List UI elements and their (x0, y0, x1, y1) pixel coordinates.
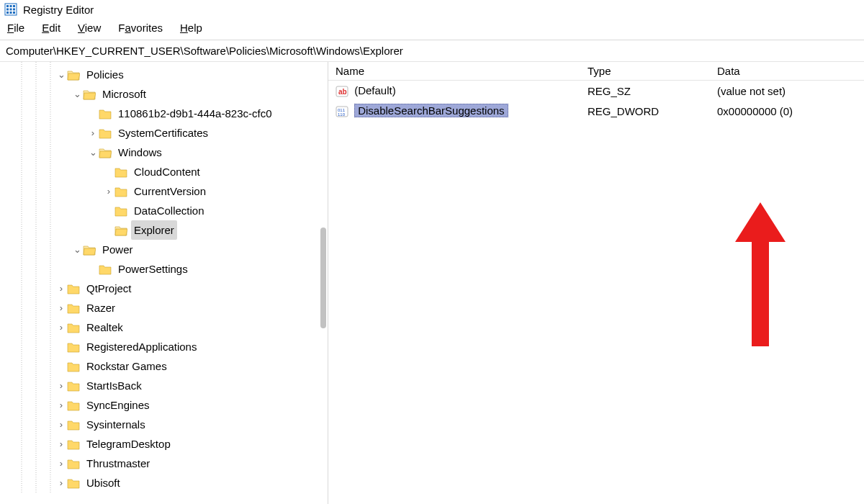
tree-node-power[interactable]: ⌄ Power (0, 240, 328, 259)
column-header-name[interactable]: Name (328, 65, 580, 77)
folder-open-icon (98, 147, 112, 158)
regedit-icon (4, 3, 17, 16)
tree-node-ubisoft[interactable]: › Ubisoft (0, 473, 328, 492)
annotation-arrow-icon (732, 202, 789, 354)
chevron-right-icon[interactable]: › (56, 434, 66, 454)
column-header-data[interactable]: Data (710, 65, 864, 77)
folder-icon (66, 283, 81, 294)
folder-icon (114, 186, 128, 197)
value-type: REG_SZ (580, 85, 710, 97)
tree-node-startisback[interactable]: › StartIsBack (0, 376, 328, 395)
chevron-down-icon[interactable]: ⌄ (72, 84, 82, 104)
chevron-right-icon[interactable]: › (56, 318, 66, 337)
svg-text:110: 110 (338, 112, 346, 117)
folder-open-icon (66, 69, 81, 81)
chevron-right-icon[interactable]: › (56, 473, 66, 492)
chevron-down-icon[interactable]: ⌄ (88, 143, 98, 162)
value-name: DisableSearchBarSuggestions (354, 104, 508, 117)
folder-icon (114, 205, 128, 217)
value-row-default[interactable]: ab (Default) REG_SZ (value not set) (328, 81, 864, 101)
tree-pane: ⌄ Policies ⌄ Microsoft 110861b2-d9b1-444… (0, 62, 328, 504)
chevron-down-icon[interactable]: ⌄ (56, 65, 66, 84)
folder-icon (66, 400, 81, 411)
svg-rect-9 (13, 12, 15, 14)
menu-help[interactable]: Help (180, 22, 202, 34)
value-data: 0x00000000 (0) (710, 105, 864, 117)
tree-node-sysinternals[interactable]: › Sysinternals (0, 415, 328, 434)
registry-tree[interactable]: ⌄ Policies ⌄ Microsoft 110861b2-d9b1-444… (0, 65, 328, 492)
main-split: ⌄ Policies ⌄ Microsoft 110861b2-d9b1-444… (0, 62, 864, 504)
chevron-down-icon[interactable]: ⌄ (72, 240, 82, 259)
folder-icon (66, 361, 81, 372)
tree-node-currentversion[interactable]: › CurrentVersion (0, 181, 328, 201)
tree-node-cloudcontent[interactable]: CloudContent (0, 162, 328, 181)
tree-node-realtek[interactable]: › Realtek (0, 318, 328, 337)
tree-node-windows[interactable]: ⌄ Windows (0, 143, 328, 162)
folder-icon (66, 477, 81, 489)
folder-icon (66, 438, 81, 450)
tree-node-microsoft[interactable]: ⌄ Microsoft (0, 84, 328, 104)
chevron-right-icon[interactable]: › (56, 298, 66, 318)
value-type: REG_DWORD (580, 105, 710, 117)
tree-node-registeredapplications[interactable]: RegisteredApplications (0, 337, 328, 356)
folder-open-icon (82, 244, 96, 256)
svg-rect-1 (6, 5, 9, 7)
tree-node-qtproject[interactable]: › QtProject (0, 279, 328, 298)
binary-value-icon: 011110 (336, 106, 348, 117)
folder-icon (114, 166, 128, 178)
chevron-right-icon[interactable]: › (56, 415, 66, 434)
menu-view[interactable]: View (78, 22, 101, 34)
tree-node-powersettings[interactable]: PowerSettings (0, 259, 328, 279)
menu-favorites[interactable]: Favorites (118, 22, 163, 34)
chevron-right-icon[interactable]: › (56, 454, 66, 473)
folder-icon (66, 341, 81, 353)
value-row-disablesearchbarsuggestions[interactable]: 011110 DisableSearchBarSuggestions REG_D… (328, 101, 864, 121)
value-name: (Default) (354, 84, 396, 96)
folder-icon (66, 380, 81, 392)
folder-icon (66, 322, 81, 333)
values-pane: Name Type Data ab (Default) REG_SZ (valu… (328, 62, 864, 504)
string-value-icon: ab (336, 86, 348, 97)
chevron-right-icon[interactable]: › (104, 181, 114, 201)
svg-rect-2 (10, 5, 12, 7)
menu-file[interactable]: File (7, 22, 24, 34)
folder-open-icon (82, 89, 96, 100)
svg-rect-8 (10, 12, 12, 14)
svg-rect-4 (6, 9, 9, 11)
tree-node-datacollection[interactable]: DataCollection (0, 201, 328, 220)
tree-node-thrustmaster[interactable]: › Thrustmaster (0, 454, 328, 473)
tree-node-policies[interactable]: ⌄ Policies (0, 65, 328, 84)
address-bar[interactable]: Computer\HKEY_CURRENT_USER\Software\Poli… (0, 40, 864, 62)
tree-scrollbar-thumb[interactable] (320, 228, 326, 328)
svg-rect-6 (13, 9, 15, 11)
svg-rect-3 (13, 5, 15, 7)
chevron-right-icon[interactable]: › (56, 279, 66, 298)
titlebar: Registry Editor (0, 0, 864, 20)
folder-icon (66, 419, 81, 431)
tree-node-guidkey[interactable]: 110861b2-d9b1-444a-823c-cfc0 (0, 104, 328, 123)
column-header-type[interactable]: Type (580, 65, 710, 77)
folder-icon (98, 127, 112, 139)
values-header: Name Type Data (328, 62, 864, 81)
chevron-right-icon[interactable]: › (88, 123, 98, 143)
tree-node-rockstar[interactable]: Rockstar Games (0, 356, 328, 376)
svg-marker-18 (735, 202, 786, 346)
tree-node-systemcertificates[interactable]: › SystemCertificates (0, 123, 328, 143)
chevron-right-icon[interactable]: › (56, 376, 66, 395)
tree-node-telegramdesktop[interactable]: › TelegramDesktop (0, 434, 328, 454)
folder-open-icon (114, 225, 128, 236)
window-title: Registry Editor (23, 4, 94, 16)
svg-rect-7 (6, 12, 9, 14)
chevron-right-icon[interactable]: › (56, 395, 66, 415)
tree-node-syncengines[interactable]: › SyncEngines (0, 395, 328, 415)
svg-rect-5 (10, 9, 12, 11)
folder-icon (66, 302, 81, 314)
menu-edit[interactable]: Edit (42, 22, 60, 34)
value-data: (value not set) (710, 85, 864, 97)
folder-icon (98, 108, 112, 120)
folder-icon (66, 458, 81, 469)
svg-text:ab: ab (338, 88, 347, 96)
menubar: File Edit View Favorites Help (0, 20, 864, 40)
tree-node-razer[interactable]: › Razer (0, 298, 328, 318)
tree-node-explorer[interactable]: Explorer (0, 220, 328, 240)
